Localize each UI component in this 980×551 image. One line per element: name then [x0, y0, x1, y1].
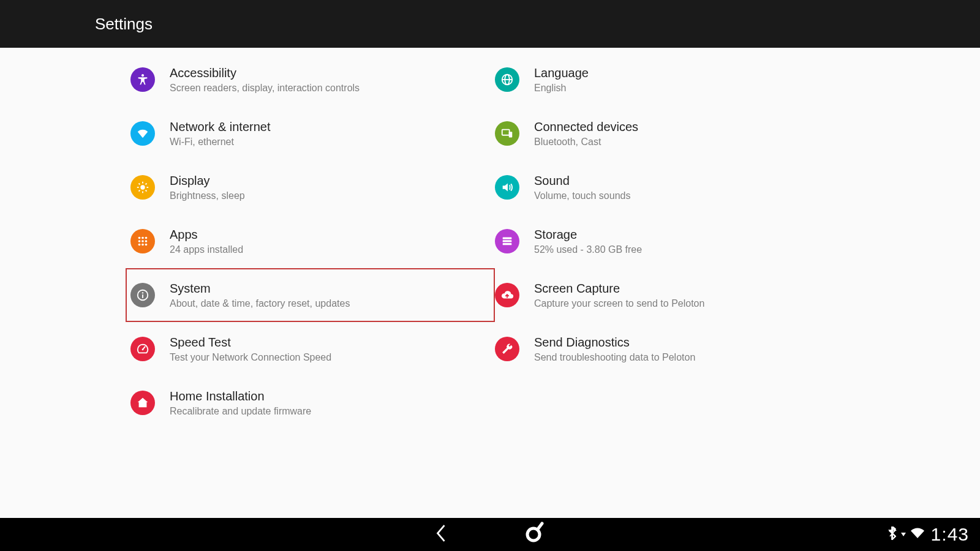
- row-title: Sound: [534, 173, 630, 189]
- navigation-bar: 1:43: [0, 518, 980, 551]
- settings-column-right: LanguageEnglishConnected devicesBluetoot…: [495, 53, 859, 518]
- row-text: Storage52% used - 3.80 GB free: [534, 227, 642, 255]
- row-title: Apps: [170, 227, 243, 242]
- wifi-icon: [130, 121, 155, 146]
- svg-point-0: [527, 528, 540, 541]
- row-subtitle: Volume, touch sounds: [534, 190, 630, 201]
- row-subtitle: 24 apps installed: [170, 244, 243, 255]
- settings-row-system[interactable]: SystemAbout, date & time, factory reset,…: [126, 268, 495, 322]
- row-text: Apps24 apps installed: [170, 227, 243, 255]
- settings-column-left: AccessibilityScreen readers, display, in…: [130, 53, 495, 518]
- row-text: Connected devicesBluetooth, Cast: [534, 119, 638, 148]
- home-icon: [130, 391, 155, 415]
- volume-icon: [495, 175, 519, 200]
- row-text: LanguageEnglish: [534, 66, 589, 94]
- settings-row-apps[interactable]: Apps24 apps installed: [130, 214, 495, 268]
- devices-icon: [495, 121, 519, 146]
- row-title: Speed Test: [170, 335, 331, 350]
- row-title: Send Diagnostics: [534, 335, 695, 350]
- row-subtitle: 52% used - 3.80 GB free: [534, 244, 642, 255]
- row-text: Send DiagnosticsSend troubleshooting dat…: [534, 335, 695, 363]
- settings-row-network-internet[interactable]: Network & internetWi-Fi, ethernet: [130, 107, 495, 160]
- row-title: Network & internet: [170, 119, 271, 135]
- settings-row-send-diagnostics[interactable]: Send DiagnosticsSend troubleshooting dat…: [495, 322, 859, 376]
- page-title: Settings: [95, 15, 153, 34]
- bluetooth-icon: [888, 527, 897, 542]
- svg-line-1: [538, 523, 542, 528]
- row-subtitle: Screen readers, display, interaction con…: [170, 83, 360, 94]
- row-subtitle: About, date & time, factory reset, updat…: [170, 298, 350, 309]
- globe-icon: [495, 67, 519, 92]
- settings-content: AccessibilityScreen readers, display, in…: [0, 48, 980, 518]
- row-subtitle: Bluetooth, Cast: [534, 137, 638, 148]
- row-title: Language: [534, 66, 589, 81]
- wrench-icon: [495, 337, 519, 361]
- info-icon: [130, 283, 155, 307]
- settings-row-accessibility[interactable]: AccessibilityScreen readers, display, in…: [130, 53, 495, 107]
- cloud-upload-icon: [495, 283, 519, 307]
- row-text: Speed TestTest your Network Connection S…: [170, 335, 331, 363]
- row-text: DisplayBrightness, sleep: [170, 173, 245, 201]
- row-title: System: [170, 281, 350, 296]
- storage-icon: [495, 229, 519, 253]
- svg-marker-2: [901, 533, 906, 536]
- row-subtitle: Brightness, sleep: [170, 190, 245, 201]
- row-text: AccessibilityScreen readers, display, in…: [170, 66, 360, 94]
- row-subtitle: Wi-Fi, ethernet: [170, 137, 271, 148]
- clock: 1:43: [931, 524, 969, 545]
- brightness-icon: [130, 175, 155, 200]
- row-text: Home InstallationRecalibrate and update …: [170, 389, 311, 417]
- row-subtitle: English: [534, 83, 589, 94]
- nav-center: [434, 518, 546, 551]
- row-title: Screen Capture: [534, 281, 704, 296]
- accessibility-icon: [130, 67, 155, 92]
- settings-row-home-installation[interactable]: Home InstallationRecalibrate and update …: [130, 376, 495, 430]
- settings-row-screen-capture[interactable]: Screen CaptureCapture your screen to sen…: [495, 268, 859, 322]
- settings-row-sound[interactable]: SoundVolume, touch sounds: [495, 160, 859, 214]
- settings-row-speed-test[interactable]: Speed TestTest your Network Connection S…: [130, 322, 495, 376]
- row-title: Home Installation: [170, 389, 311, 404]
- row-subtitle: Send troubleshooting data to Peloton: [534, 352, 695, 363]
- row-text: Screen CaptureCapture your screen to sen…: [534, 281, 704, 309]
- settings-row-storage[interactable]: Storage52% used - 3.80 GB free: [495, 214, 859, 268]
- row-subtitle: Test your Network Connection Speed: [170, 352, 331, 363]
- row-title: Accessibility: [170, 66, 360, 81]
- row-subtitle: Recalibrate and update firmware: [170, 406, 311, 417]
- caret-down-icon: [900, 529, 907, 540]
- peloton-logo-icon[interactable]: [521, 521, 546, 548]
- row-title: Connected devices: [534, 119, 638, 135]
- row-title: Display: [170, 173, 245, 189]
- speed-icon: [130, 337, 155, 361]
- row-subtitle: Capture your screen to send to Peloton: [534, 298, 704, 309]
- wifi-status-icon: [910, 527, 925, 542]
- back-button[interactable]: [434, 523, 448, 546]
- settings-row-language[interactable]: LanguageEnglish: [495, 53, 859, 107]
- status-area: 1:43: [888, 524, 969, 545]
- app-header: Settings: [0, 0, 980, 48]
- row-title: Storage: [534, 227, 642, 242]
- settings-row-connected-devices[interactable]: Connected devicesBluetooth, Cast: [495, 107, 859, 160]
- row-text: SystemAbout, date & time, factory reset,…: [170, 281, 350, 309]
- settings-row-display[interactable]: DisplayBrightness, sleep: [130, 160, 495, 214]
- row-text: SoundVolume, touch sounds: [534, 173, 630, 201]
- row-text: Network & internetWi-Fi, ethernet: [170, 119, 271, 148]
- apps-grid-icon: [130, 229, 155, 253]
